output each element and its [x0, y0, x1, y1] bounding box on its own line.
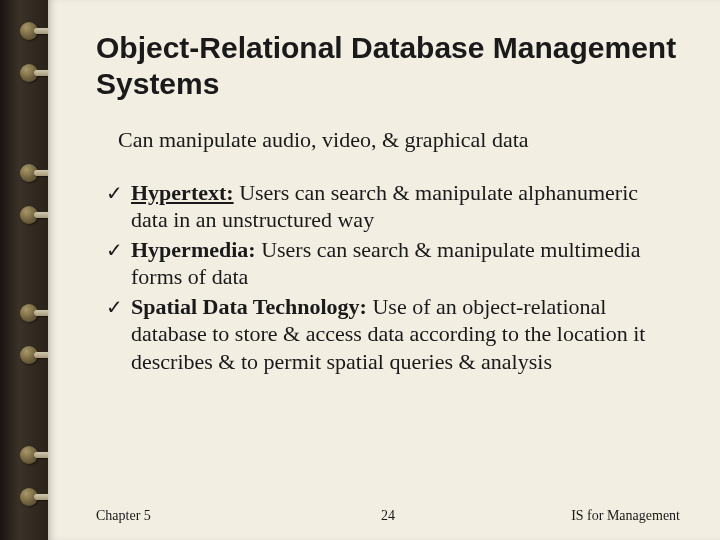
slide-footer: Chapter 5 24 IS for Management: [96, 508, 680, 524]
bullet-list: ✓Hypertext: Users can search & manipulat…: [106, 179, 680, 376]
bullet-item: ✓Spatial Data Technology: Use of an obje…: [106, 293, 680, 376]
bullet-item: ✓Hypertext: Users can search & manipulat…: [106, 179, 680, 234]
checkmark-icon: ✓: [106, 238, 123, 263]
slide-subtitle: Can manipulate audio, video, & graphical…: [118, 126, 680, 155]
bullet-term: Hypermedia:: [131, 237, 256, 262]
footer-chapter: Chapter 5: [96, 508, 151, 524]
footer-page-number: 24: [381, 508, 395, 524]
bullet-term: Hypertext:: [131, 180, 234, 205]
bullet-text: Hypertext: Users can search & manipulate…: [131, 179, 680, 234]
checkmark-icon: ✓: [106, 181, 123, 206]
slide-title: Object-Relational Database Management Sy…: [96, 30, 680, 102]
checkmark-icon: ✓: [106, 295, 123, 320]
bullet-text: Spatial Data Technology: Use of an objec…: [131, 293, 680, 376]
bullet-term: Spatial Data Technology:: [131, 294, 367, 319]
footer-course: IS for Management: [571, 508, 680, 524]
bullet-text: Hypermedia: Users can search & manipulat…: [131, 236, 680, 291]
bullet-item: ✓Hypermedia: Users can search & manipula…: [106, 236, 680, 291]
spiral-binding: [0, 0, 48, 540]
slide-page: Object-Relational Database Management Sy…: [48, 0, 720, 540]
